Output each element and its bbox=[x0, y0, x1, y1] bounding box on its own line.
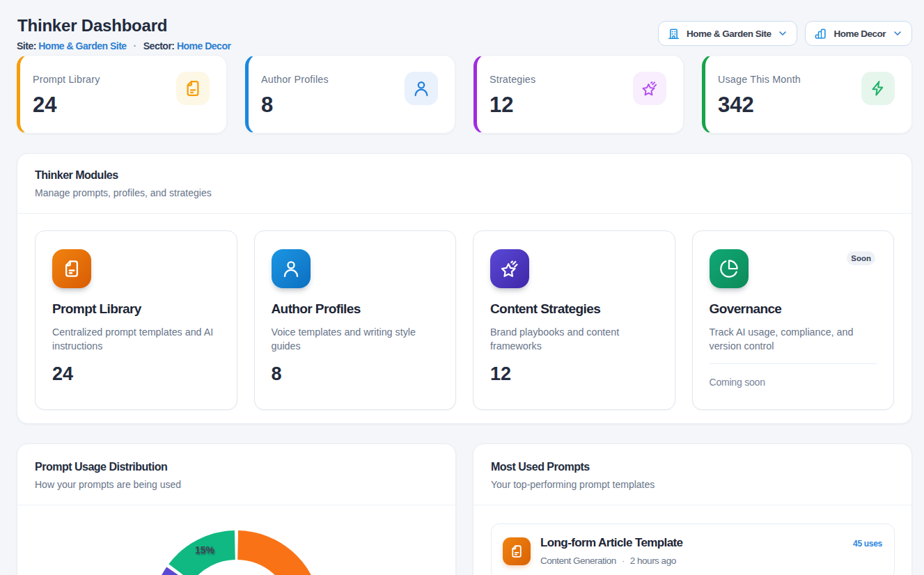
svg-text:15%: 15% bbox=[195, 544, 215, 556]
